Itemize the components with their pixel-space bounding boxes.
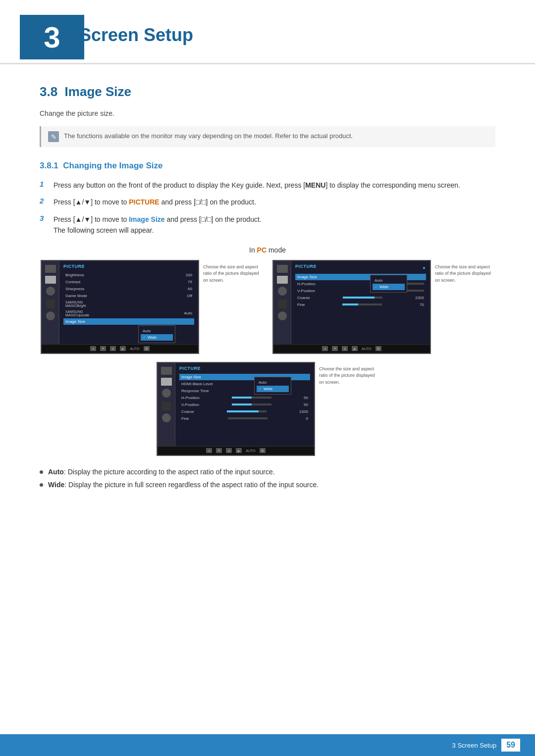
steps-list: 1 Press any button on the front of the p… [40, 180, 495, 236]
menu-item-brightness: Brightness100 [63, 272, 194, 278]
btn-rup: ▲ [342, 346, 348, 351]
pc-mode-label: In PC mode [40, 246, 495, 254]
bullet-list: Auto: Display the picture according to t… [40, 468, 495, 489]
monitor-left-menu: PICTURE Brightness100 Contrast75 Sharpne… [59, 261, 198, 353]
monitor-center-note: Choose the size and aspect ratio of the … [319, 362, 378, 386]
monitor-right: PICTURE ▲ Image Size H-Position V-Positi… [272, 260, 431, 354]
btn-rpower: ⏻ [375, 346, 381, 351]
monitor-center: PICTURE Image Size HDMI Black Level Resp… [157, 362, 315, 456]
monitor-center-menu: PICTURE Image Size HDMI Black Level Resp… [175, 363, 314, 455]
sidebar-icon-c-info [162, 413, 171, 422]
monitor-right-menu-title: PICTURE [295, 264, 317, 269]
bullet-wide-text: Wide: Display the picture in full screen… [48, 481, 319, 489]
sidebar-icon-info [46, 311, 55, 320]
sidebar-icon-1 [45, 265, 56, 273]
btn-cpower: ⏻ [260, 448, 266, 453]
submenu-auto: Auto [141, 328, 173, 334]
menu-item-coarse: Coarse2200 [295, 295, 426, 301]
monitor-right-note: Choose the size and aspect ratio of the … [435, 260, 494, 284]
sidebar-icon-r-samsung [278, 300, 287, 308]
chapter-number-box: 3 [20, 15, 84, 59]
monitor-left-note: Choose the size and aspect ratio of the … [203, 260, 263, 284]
step-2-text: Press [▲/▼] to move to PICTURE and press… [54, 197, 256, 207]
monitor-center-menu-title: PICTURE [179, 366, 310, 371]
submenu-r-auto: Auto [373, 277, 405, 284]
subsection-title: 3.8.1 Changing the Image Size [40, 161, 495, 171]
monitor-left-sidebar [42, 261, 59, 353]
page-content: 3.8 Image Size Change the picture size. … [0, 84, 535, 533]
monitor-center-bottom: ✕ ▼ ▲ ▶ AUTO ⏻ [158, 446, 314, 455]
btn-power: ⏻ [144, 346, 150, 351]
menu-item-c-vposition: V-Position50 [179, 402, 310, 408]
note-text: The functions available on the monitor m… [64, 131, 353, 141]
monitor-left-wrapper: PICTURE Brightness100 Contrast75 Sharpne… [41, 260, 263, 354]
menu-item-c-hposition: H-Position50 [179, 395, 310, 401]
step-2: 2 Press [▲/▼] to move to PICTURE and pre… [40, 197, 495, 207]
step-1-text: Press any button on the front of the pro… [54, 180, 460, 191]
menu-item-sharpness: Sharpness60 [63, 286, 194, 292]
sidebar-icon-r-info [278, 311, 287, 320]
btn-enter: ▶ [120, 346, 126, 351]
sidebar-icon-gear [46, 287, 55, 296]
submenu-c-wide: ✓ Wide [257, 386, 289, 392]
monitors-top-row: PICTURE Brightness100 Contrast75 Sharpne… [40, 260, 495, 354]
monitor-left: PICTURE Brightness100 Contrast75 Sharpne… [41, 260, 199, 354]
sidebar-icon-r-gear [278, 287, 287, 296]
btn-x: ✕ [90, 346, 96, 351]
section-description: Change the picture size. [40, 109, 495, 117]
btn-auto: AUTO [130, 347, 139, 351]
pc-mode-keyword: PC [257, 246, 267, 254]
btn-down: ▼ [100, 346, 106, 351]
btn-cup: ▲ [226, 448, 232, 453]
page-footer: 3 Screen Setup 59 [0, 734, 535, 756]
monitor-right-wrapper: PICTURE ▲ Image Size H-Position V-Positi… [272, 260, 494, 354]
sidebar-icon-r2 [277, 276, 288, 284]
bullet-wide: Wide: Display the picture in full screen… [40, 481, 495, 489]
chapter-number: 3 [44, 20, 60, 54]
menu-item-fine: Fine70 [295, 302, 426, 308]
sidebar-icon-c-gear [162, 389, 171, 398]
submenu-r-wide: ✓ Wide [373, 284, 405, 290]
btn-up: ▲ [110, 346, 116, 351]
monitor-center-submenu: Auto ✓ Wide [254, 377, 291, 395]
section-title: 3.8 Image Size [40, 84, 495, 100]
note-icon [48, 131, 59, 142]
menu-item-gamemode: Game ModeOff [63, 293, 194, 299]
menu-item-c-coarse: Coarse2200 [179, 408, 310, 415]
btn-rauto: AUTO [362, 347, 371, 351]
btn-center-enter: ▶ [236, 448, 242, 453]
sidebar-icon-samsung [46, 300, 55, 308]
btn-rdown: ▼ [332, 346, 338, 351]
monitor-right-submenu: Auto ✓ Wide [370, 275, 407, 293]
menu-item-contrast: Contrast75 [63, 279, 194, 285]
bullet-dot-auto [40, 470, 43, 474]
chapter-title: Screen Setup [79, 25, 193, 46]
btn-rx: ✕ [322, 346, 328, 351]
monitor-center-sidebar [158, 363, 175, 455]
btn-cauto: AUTO [246, 449, 255, 453]
btn-renter: ▶ [352, 346, 358, 351]
monitor-left-menu-title: PICTURE [63, 264, 194, 269]
step-3-text: Press [▲/▼] to move to Image Size and pr… [54, 214, 262, 236]
menu-item-imagesize-left: Image Size [63, 318, 194, 325]
step-2-num: 2 [40, 197, 48, 205]
step-1-num: 1 [40, 180, 48, 188]
monitor-left-bottom: ✕ ▼ ▲ ▶ AUTO ⏻ [42, 344, 198, 353]
menu-item-magicupscale: SAMSUNGMAGICUpscaleAuto [63, 309, 194, 318]
menu-item-c-fine: Fine0 [179, 415, 310, 422]
monitor-right-bottom: ✕ ▼ ▲ ▶ AUTO ⏻ [273, 344, 430, 353]
step-3-num: 3 [40, 214, 48, 222]
menu-item-magicbright: SAMSUNGMAGICBright [63, 300, 194, 308]
footer-page: 59 [501, 739, 520, 752]
bullet-dot-wide [40, 483, 43, 487]
note-box: The functions available on the monitor m… [40, 126, 495, 147]
sidebar-icon-c1 [161, 367, 172, 375]
chapter-header-area: 3 Screen Setup [0, 0, 535, 64]
btn-cdown: ▼ [216, 448, 222, 453]
footer-text: 3 Screen Setup [452, 742, 497, 749]
sidebar-icon-c-samsung [162, 402, 171, 410]
sidebar-icon-r1 [277, 265, 288, 273]
step-3: 3 Press [▲/▼] to move to Image Size and … [40, 214, 495, 236]
monitor-right-menu: PICTURE ▲ Image Size H-Position V-Positi… [291, 261, 430, 353]
bullet-auto-text: Auto: Display the picture according to t… [48, 468, 275, 476]
